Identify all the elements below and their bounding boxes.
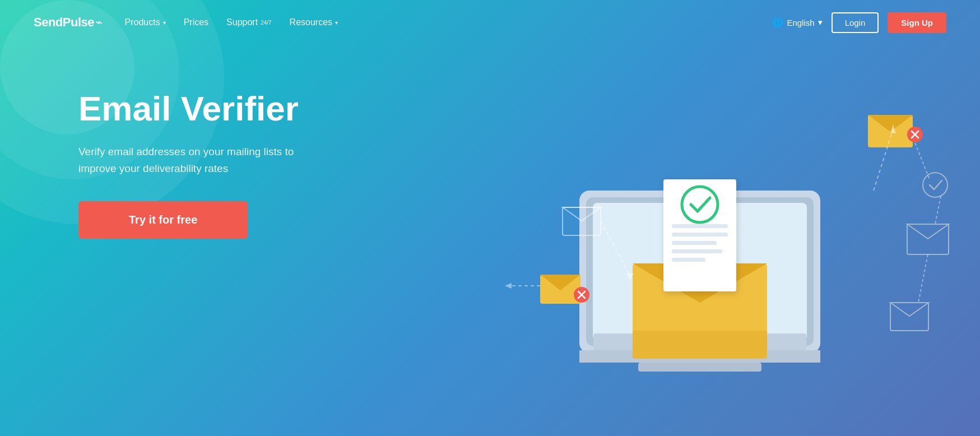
svg-line-28 — [935, 196, 941, 224]
page-wrapper: SendPulse ⌁ Products ▾ Prices Support24/… — [0, 0, 980, 436]
nav-resources[interactable]: Resources ▾ — [290, 17, 338, 27]
hero-subtitle: Verify email addresses on your mailing l… — [78, 143, 314, 177]
hero-title: Email Verifier — [78, 90, 314, 128]
nav-products[interactable]: Products ▾ — [124, 17, 165, 27]
svg-rect-13 — [672, 241, 717, 245]
svg-line-25 — [915, 143, 930, 179]
language-selector[interactable]: 🌐 English ▾ — [772, 17, 822, 28]
svg-rect-14 — [672, 249, 722, 253]
logo[interactable]: SendPulse ⌁ — [34, 15, 102, 30]
lang-chevron-icon: ▾ — [818, 17, 823, 27]
nav-links: Products ▾ Prices Support24/7 Resources … — [124, 17, 772, 27]
svg-rect-9 — [633, 331, 767, 359]
resources-chevron-icon: ▾ — [335, 20, 338, 26]
navbar: SendPulse ⌁ Products ▾ Prices Support24/… — [0, 0, 980, 45]
svg-rect-11 — [672, 224, 728, 228]
nav-support[interactable]: Support24/7 — [226, 17, 272, 27]
cta-button[interactable]: Try it for free — [78, 201, 248, 239]
svg-marker-42 — [505, 283, 512, 289]
login-button[interactable]: Login — [832, 12, 879, 33]
nav-prices[interactable]: Prices — [184, 17, 208, 27]
hero-illustration-svg — [476, 0, 980, 436]
products-chevron-icon: ▾ — [163, 20, 166, 26]
hero-section: Email Verifier Verify email addresses on… — [0, 45, 347, 239]
globe-icon: 🌐 — [772, 17, 783, 28]
logo-text: SendPulse — [34, 15, 94, 30]
svg-rect-15 — [672, 258, 705, 262]
svg-line-31 — [918, 254, 928, 303]
nav-right: 🌐 English ▾ Login Sign Up — [772, 12, 946, 33]
illustration — [476, 0, 980, 436]
svg-marker-27 — [907, 224, 949, 239]
svg-rect-12 — [672, 233, 728, 236]
svg-point-24 — [923, 173, 948, 197]
svg-rect-4 — [638, 363, 761, 372]
signup-button[interactable]: Sign Up — [888, 12, 946, 33]
logo-pulse: ⌁ — [95, 15, 103, 30]
svg-marker-30 — [890, 303, 928, 316]
